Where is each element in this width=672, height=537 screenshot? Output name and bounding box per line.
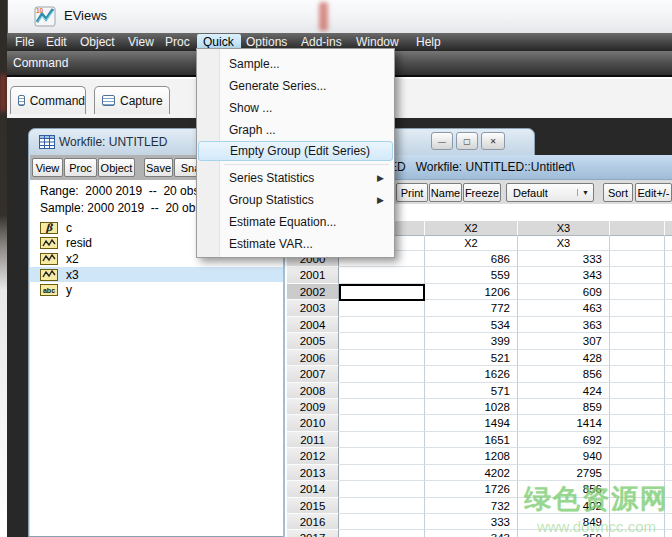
cell-x2[interactable]: 686 [425, 251, 518, 267]
cell-empty[interactable] [339, 366, 425, 382]
cell-x3[interactable]: 333 [518, 251, 610, 267]
cell-empty[interactable] [610, 514, 665, 530]
cell-empty[interactable] [339, 317, 425, 333]
cell-x3[interactable]: 856 [518, 481, 610, 497]
view-mode-dropdown[interactable]: Default ▼ [506, 183, 594, 202]
cell-empty[interactable] [610, 481, 665, 497]
cell-x2[interactable]: 732 [425, 498, 518, 514]
table-row[interactable]: 2001 559 343 [287, 267, 672, 283]
menuitem-show[interactable]: Show ... [198, 97, 393, 119]
x3-column-header[interactable]: X3 [518, 221, 610, 236]
cell-empty[interactable] [610, 498, 665, 514]
cell-x3[interactable]: 940 [518, 448, 610, 464]
grp-sort-button[interactable]: Sort [603, 183, 633, 202]
table-row[interactable]: 2006 521 428 [287, 350, 672, 366]
tab-capture[interactable]: Capture [94, 86, 170, 114]
cell-empty[interactable] [610, 251, 665, 267]
cell-x2[interactable]: 772 [425, 300, 518, 316]
cell-x3[interactable]: 2795 [518, 465, 610, 481]
cell-empty[interactable] [339, 514, 425, 530]
cell-empty[interactable] [339, 267, 425, 283]
cell-empty[interactable] [610, 366, 665, 382]
menu-view[interactable]: View [128, 33, 154, 51]
cell-empty[interactable] [610, 399, 665, 415]
cell-x2[interactable]: 1726 [425, 481, 518, 497]
cell-empty[interactable] [339, 530, 425, 537]
wf-save-button[interactable]: Save [144, 158, 173, 177]
row-header-obs[interactable]: 2005 [287, 333, 339, 349]
grp-name-button[interactable]: Name [429, 183, 462, 202]
table-row[interactable]: 2005 399 307 [287, 333, 672, 349]
cell-x3[interactable]: 424 [518, 383, 610, 399]
minimize-button[interactable]: — [431, 132, 453, 150]
cell-x2[interactable]: 399 [425, 333, 518, 349]
cell-x3[interactable]: 463 [518, 300, 610, 316]
cell-empty[interactable] [610, 448, 665, 464]
cell-empty[interactable] [610, 350, 665, 366]
wf-object-button[interactable]: Object [98, 158, 135, 177]
menuitem-generate-series[interactable]: Generate Series... [198, 75, 393, 97]
cell-x3[interactable]: 307 [518, 333, 610, 349]
row-header-obs[interactable]: 2016 [287, 514, 339, 530]
cell-x2[interactable]: 534 [425, 317, 518, 333]
cell-empty[interactable] [339, 399, 425, 415]
grp-edit-button[interactable]: Edit+/- [635, 183, 672, 202]
cell-x3[interactable]: 1414 [518, 415, 610, 431]
cell-x3[interactable]: 692 [518, 432, 610, 448]
grp-freeze-button[interactable]: Freeze [463, 183, 501, 202]
row-header-obs[interactable]: 2010 [287, 415, 339, 431]
menuitem-graph[interactable]: Graph ... [198, 119, 393, 141]
selected-cell[interactable] [339, 284, 425, 301]
close-button[interactable]: ✕ [481, 132, 505, 150]
cell-x3[interactable]: 359 [518, 530, 610, 537]
cell-empty[interactable] [610, 300, 665, 316]
menu-help[interactable]: Help [416, 33, 441, 51]
maximize-button[interactable]: ▢ [456, 132, 478, 150]
cell-x2[interactable]: 4202 [425, 465, 518, 481]
menuitem-group-statistics[interactable]: Group Statistics ▶ [198, 189, 393, 211]
menu-file[interactable]: File [15, 33, 34, 51]
cell-empty[interactable] [339, 481, 425, 497]
tab-command[interactable]: Command [10, 86, 86, 114]
cell-x3[interactable]: 402 [518, 498, 610, 514]
cell-empty[interactable] [610, 530, 665, 537]
menuitem-sample[interactable]: Sample... [198, 53, 393, 75]
row-header-obs[interactable]: 2006 [287, 350, 339, 366]
cell-empty[interactable] [610, 284, 665, 300]
table-row[interactable]: 2010 1494 1414 [287, 415, 672, 431]
cell-x3[interactable]: 343 [518, 267, 610, 283]
cell-empty[interactable] [339, 350, 425, 366]
table-row[interactable]: 2007 1626 856 [287, 366, 672, 382]
menu-edit[interactable]: Edit [46, 33, 67, 51]
cell-empty[interactable] [610, 267, 665, 283]
grp-print-button[interactable]: Print [396, 183, 428, 202]
cell-x2[interactable]: 521 [425, 350, 518, 366]
cell-empty[interactable] [339, 465, 425, 481]
menuitem-estimate-var[interactable]: Estimate VAR... [198, 233, 393, 255]
row-header-obs[interactable]: 2011 [287, 432, 339, 448]
cell-x2[interactable]: 1028 [425, 399, 518, 415]
table-row[interactable]: 2004 534 363 [287, 317, 672, 333]
cell-empty[interactable] [610, 465, 665, 481]
table-row[interactable]: 2011 1651 692 [287, 432, 672, 448]
cell-empty[interactable] [610, 333, 665, 349]
cell-x2[interactable]: 333 [425, 514, 518, 530]
row-header-obs[interactable]: 2013 [287, 465, 339, 481]
menuitem-series-statistics[interactable]: Series Statistics ▶ [198, 167, 393, 189]
table-row[interactable]: 2016 333 849 [287, 514, 672, 530]
menuitem-estimate-equation[interactable]: Estimate Equation... [198, 211, 393, 233]
cell-empty[interactable] [339, 432, 425, 448]
cell-empty[interactable] [610, 317, 665, 333]
cell-x2[interactable]: 559 [425, 267, 518, 283]
table-row[interactable]: 2017 343 359 [287, 530, 672, 537]
row-header-obs[interactable]: 2001 [287, 267, 339, 283]
row-header-obs[interactable]: 2007 [287, 366, 339, 382]
row-header-obs[interactable]: 2015 [287, 498, 339, 514]
cell-x2[interactable]: 1494 [425, 415, 518, 431]
table-row[interactable]: 2012 1208 940 [287, 448, 672, 464]
cell-empty[interactable] [339, 300, 425, 316]
row-header-obs[interactable]: 2003 [287, 300, 339, 316]
table-row[interactable]: 2008 571 424 [287, 383, 672, 399]
cell-x3[interactable]: 363 [518, 317, 610, 333]
empty-column-header[interactable] [610, 221, 665, 236]
